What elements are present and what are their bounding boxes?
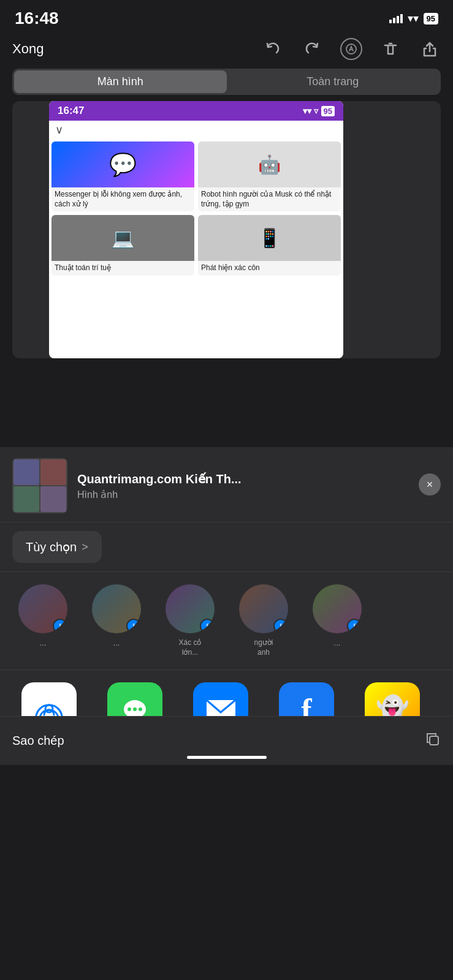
news-thumb-4: 📱 bbox=[198, 215, 341, 261]
contact-badge-4: f bbox=[273, 619, 288, 633]
news-item-4: 📱 Phát hiện xác côn bbox=[198, 215, 341, 276]
contact-item-1[interactable]: f ... bbox=[12, 584, 74, 657]
news-thumb-2: 🤖 bbox=[198, 141, 341, 187]
home-indicator bbox=[187, 756, 267, 759]
options-button[interactable]: Tùy chọn > bbox=[12, 531, 102, 563]
annotate-button[interactable] bbox=[340, 38, 362, 60]
contact-avatar-5: f bbox=[313, 584, 362, 633]
news-caption-4: Phát hiện xác côn bbox=[198, 261, 341, 276]
screenshot-preview: 16:47 ▾▾ ▿ 95 ∨ 💬 Messenger bị lỗi không… bbox=[12, 101, 441, 358]
contact-item-4[interactable]: f ngườianh bbox=[233, 584, 294, 657]
share-sheet: Quantrimang.com Kiến Th... Hình ảnh × Tù… bbox=[0, 447, 453, 765]
contacts-row: f ... f ... f Xác cỏlớn... bbox=[0, 572, 453, 670]
svg-point-5 bbox=[128, 707, 131, 711]
inner-status-bar: 16:47 ▾▾ ▿ 95 bbox=[49, 101, 343, 121]
share-info: Quantrimang.com Kiến Th... Hình ảnh bbox=[67, 472, 441, 500]
done-button[interactable]: Xong bbox=[12, 41, 44, 57]
svg-rect-9 bbox=[430, 736, 438, 745]
options-section: Tùy chọn > bbox=[0, 522, 453, 572]
copy-label: Sao chép bbox=[12, 734, 64, 748]
news-caption-1: Messenger bị lỗi không xem được ảnh, các… bbox=[51, 187, 194, 211]
status-bar: 16:48 ▾▾ 95 bbox=[0, 0, 453, 33]
inner-chevron: ∨ bbox=[49, 121, 343, 139]
status-time: 16:48 bbox=[15, 9, 59, 28]
options-label: Tùy chọn bbox=[26, 540, 77, 554]
contact-name-4: ngườianh bbox=[254, 638, 273, 657]
contact-avatar-2: f bbox=[92, 584, 141, 633]
share-title: Quantrimang.com Kiến Th... bbox=[77, 472, 441, 486]
contact-avatar-3: f bbox=[166, 584, 215, 633]
contact-badge-2: f bbox=[126, 619, 141, 633]
battery-indicator: 95 bbox=[424, 13, 438, 24]
news-caption-3: Thuật toán trí tuệ bbox=[51, 261, 194, 276]
news-item-2: 🤖 Robot hình người của Musk có thể nhặt … bbox=[198, 141, 341, 211]
contact-item-2[interactable]: f ... bbox=[86, 584, 147, 657]
share-preview: Quantrimang.com Kiến Th... Hình ảnh × bbox=[0, 447, 453, 522]
contact-name-3: Xác cỏlớn... bbox=[178, 638, 201, 657]
signal-icon bbox=[389, 13, 403, 23]
share-thumbnail bbox=[12, 458, 67, 513]
inner-battery: 95 bbox=[321, 106, 335, 116]
segment-fullpage[interactable]: Toàn trang bbox=[227, 70, 440, 93]
copy-icon bbox=[425, 731, 441, 751]
news-caption-2: Robot hình người của Musk có thể nhặt tr… bbox=[198, 187, 341, 211]
inner-time: 16:47 bbox=[58, 105, 84, 117]
share-close-button[interactable]: × bbox=[419, 473, 441, 496]
wifi-icon: ▾▾ bbox=[408, 12, 419, 25]
toolbar-actions bbox=[262, 38, 441, 60]
status-icons: ▾▾ 95 bbox=[389, 12, 438, 25]
svg-point-7 bbox=[139, 707, 142, 711]
share-subtitle: Hình ảnh bbox=[77, 489, 441, 500]
contact-badge-1: f bbox=[53, 619, 67, 633]
news-thumb-3: 💻 bbox=[51, 215, 194, 261]
news-item-1: 💬 Messenger bị lỗi không xem được ảnh, c… bbox=[51, 141, 194, 211]
toolbar: Xong bbox=[0, 33, 453, 65]
contact-badge-5: f bbox=[347, 619, 362, 633]
contact-name-1: ... bbox=[40, 638, 47, 647]
delete-button[interactable] bbox=[379, 38, 402, 60]
undo-button[interactable] bbox=[262, 38, 284, 60]
contact-avatar-4: f bbox=[239, 584, 288, 633]
news-grid: 💬 Messenger bị lỗi không xem được ảnh, c… bbox=[49, 139, 343, 278]
svg-point-6 bbox=[133, 707, 137, 711]
bottom-action-row: Sao chép bbox=[0, 716, 453, 765]
inner-status-icons: ▾▾ ▿ 95 bbox=[303, 106, 335, 116]
share-button[interactable] bbox=[419, 38, 441, 60]
contact-name-2: ... bbox=[113, 638, 120, 647]
news-item-3: 💻 Thuật toán trí tuệ bbox=[51, 215, 194, 276]
contact-item-3[interactable]: f Xác cỏlớn... bbox=[159, 584, 221, 657]
contact-name-5: ... bbox=[334, 638, 341, 647]
contact-avatar-1: f bbox=[18, 584, 67, 633]
contact-item-5[interactable]: f ... bbox=[306, 584, 368, 657]
segment-screen[interactable]: Màn hình bbox=[14, 70, 227, 93]
segment-control: Màn hình Toàn trang bbox=[12, 69, 441, 95]
inner-phone-preview: 16:47 ▾▾ ▿ 95 ∨ 💬 Messenger bị lỗi không… bbox=[49, 101, 343, 358]
redo-button[interactable] bbox=[301, 38, 323, 60]
options-chevron-icon: > bbox=[82, 541, 88, 554]
news-thumb-1: 💬 bbox=[51, 141, 194, 187]
contact-badge-3: f bbox=[200, 619, 215, 633]
